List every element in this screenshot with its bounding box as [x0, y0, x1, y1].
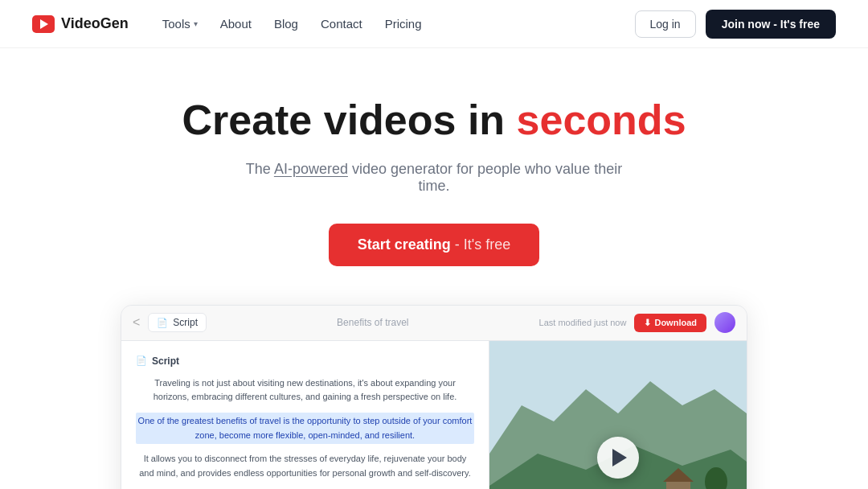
nav-tools[interactable]: Tools ▾: [153, 10, 207, 37]
app-preview: < 📄 Script Benefits of travel Last modif…: [121, 305, 747, 489]
hero-subtitle: The AI-powered video generator for peopl…: [241, 161, 627, 195]
script-icon: 📄: [157, 318, 168, 328]
project-name: Benefits of travel: [215, 317, 531, 328]
download-icon: ⬇: [644, 318, 651, 328]
nav-contact[interactable]: Contact: [311, 10, 372, 37]
logo-text: VideoGen: [61, 15, 129, 32]
back-button[interactable]: <: [133, 315, 140, 330]
video-scene: [489, 341, 747, 489]
app-titlebar: < 📄 Script Benefits of travel Last modif…: [121, 306, 747, 341]
chevron-down-icon: ▾: [194, 19, 198, 28]
editor-text-3: It allows you to disconnect from the str…: [136, 452, 474, 480]
download-button[interactable]: ⬇ Download: [634, 314, 706, 332]
video-panel: [489, 341, 747, 489]
hero-title: Create videos in seconds: [182, 97, 686, 145]
script-tab[interactable]: 📄 Script: [148, 313, 207, 332]
navbar: VideoGen Tools ▾ About Blog Contact Pric…: [0, 0, 868, 48]
nav-actions: Log in Join now - It's free: [635, 10, 837, 39]
join-button[interactable]: Join now - It's free: [706, 10, 836, 39]
hero-section: Create videos in seconds The AI-powered …: [0, 48, 868, 489]
svg-rect-6: [666, 482, 690, 489]
nav-pricing[interactable]: Pricing: [375, 10, 432, 37]
editor-section-title: Script: [136, 355, 474, 367]
editor-panel: Script Traveling is not just about visit…: [121, 341, 489, 489]
nav-links: Tools ▾ About Blog Contact Pricing: [153, 10, 635, 37]
logo[interactable]: VideoGen: [32, 15, 129, 33]
avatar: [714, 312, 735, 333]
nav-about[interactable]: About: [211, 10, 261, 37]
editor-text-1: Traveling is not just about visiting new…: [136, 376, 474, 405]
play-button[interactable]: [597, 437, 639, 479]
nav-blog[interactable]: Blog: [264, 10, 308, 37]
modified-timestamp: Last modified just now: [539, 318, 627, 327]
app-body: Script Traveling is not just about visit…: [121, 341, 747, 489]
editor-text-2[interactable]: One of the greatest benefits of travel i…: [136, 413, 474, 444]
cta-button[interactable]: Start creating - It's free: [329, 224, 540, 266]
login-button[interactable]: Log in: [635, 10, 696, 38]
logo-icon: [32, 15, 55, 33]
